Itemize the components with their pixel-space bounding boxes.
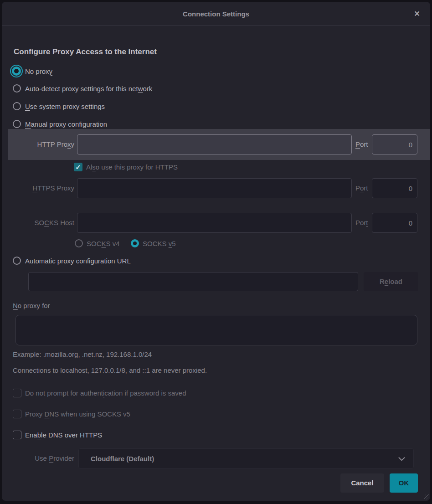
radio-no-proxy[interactable]: No proxy — [12, 65, 52, 77]
socks-host-label: SOCKS Host — [13, 216, 74, 229]
example-hint: Example: .mozilla.org, .net.nz, 192.168.… — [13, 348, 152, 361]
chevron-down-icon — [398, 455, 405, 463]
radio-icon — [13, 84, 21, 93]
checkbox-enable-doh-label: Enable DNS over HTTPS — [25, 431, 102, 439]
resize-grip-icon[interactable] — [424, 494, 429, 499]
radio-icon — [13, 102, 21, 110]
socks-host-input — [77, 213, 352, 233]
reload-button: Reload — [364, 272, 418, 291]
https-proxy-label: HTTPS Proxy — [13, 182, 74, 195]
socks-port-input — [372, 213, 417, 233]
provider-dropdown: Cloudflare (Default) — [78, 448, 414, 468]
checkbox-share-proxy-https: ✓ Also use this proxy for HTTPS — [74, 160, 178, 173]
radio-socks-v5: SOCKS v5 — [131, 237, 176, 250]
auto-config-url-input — [28, 272, 358, 291]
checkbox-icon — [13, 389, 21, 397]
checkbox-icon — [13, 431, 21, 439]
close-icon[interactable]: ✕ — [411, 8, 423, 20]
radio-icon — [13, 257, 21, 265]
checkbox-no-prompt-auth-label: Do not prompt for authentication if pass… — [25, 389, 186, 397]
http-port-input — [372, 134, 417, 154]
radio-auto-detect-label: Auto-detect proxy settings for this netw… — [25, 85, 152, 93]
provider-dropdown-value: Cloudflare (Default) — [91, 455, 398, 463]
radio-no-proxy-label: No proxy — [25, 67, 52, 75]
http-proxy-input — [77, 134, 352, 154]
radio-socks-v5-label: SOCKS v5 — [143, 240, 176, 247]
checkbox-enable-doh[interactable]: Enable DNS over HTTPS — [13, 428, 102, 441]
no-proxy-for-label: No proxy for — [13, 299, 50, 312]
checkbox-no-prompt-auth: Do not prompt for authentication if pass… — [13, 386, 186, 399]
connection-settings-dialog: Connection Settings ✕ Configure Proxy Ac… — [2, 2, 430, 501]
radio-socks-v4: SOCKS v4 — [75, 237, 120, 250]
checkbox-share-proxy-https-label: Also use this proxy for HTTPS — [86, 163, 178, 171]
radio-icon — [13, 120, 21, 128]
radio-manual[interactable]: Manual proxy configuration — [13, 118, 107, 130]
radio-manual-label: Manual proxy configuration — [25, 120, 107, 128]
radio-socks-v4-label: SOCKS v4 — [87, 240, 120, 247]
checkbox-checked-icon: ✓ — [74, 163, 82, 171]
dialog-titlebar: Connection Settings ✕ — [2, 2, 430, 26]
http-port-label: Port — [355, 138, 368, 151]
checkbox-proxy-dns-socks5: Proxy DNS when using SOCKS v5 — [13, 407, 130, 420]
radio-use-system[interactable]: Use system proxy settings — [13, 100, 105, 113]
no-proxy-for-textarea[interactable] — [15, 315, 417, 345]
https-port-input — [372, 178, 417, 198]
checkbox-proxy-dns-socks5-label: Proxy DNS when using SOCKS v5 — [25, 410, 130, 418]
dialog-title: Connection Settings — [2, 2, 430, 26]
radio-auto-config-url[interactable]: Automatic proxy configuration URL — [13, 254, 131, 267]
radio-selected-icon — [12, 67, 21, 76]
radio-selected-icon — [131, 239, 139, 247]
https-proxy-input — [77, 178, 352, 198]
use-provider-label: Use Provider — [13, 452, 74, 465]
ok-button[interactable]: OK — [390, 473, 418, 493]
cancel-button[interactable]: Cancel — [340, 473, 384, 493]
radio-icon — [75, 239, 83, 247]
page-title: Configure Proxy Access to the Internet — [14, 47, 157, 57]
socks-port-label: Port — [355, 216, 368, 229]
https-port-label: Port — [355, 182, 368, 195]
http-proxy-label: HTTP Proxy — [13, 138, 74, 151]
checkbox-icon — [13, 410, 21, 418]
radio-auto-config-url-label: Automatic proxy configuration URL — [25, 257, 131, 265]
never-proxied-hint: Connections to localhost, 127.0.0.1/8, a… — [13, 364, 207, 377]
radio-use-system-label: Use system proxy settings — [25, 103, 105, 110]
radio-auto-detect[interactable]: Auto-detect proxy settings for this netw… — [13, 82, 152, 95]
